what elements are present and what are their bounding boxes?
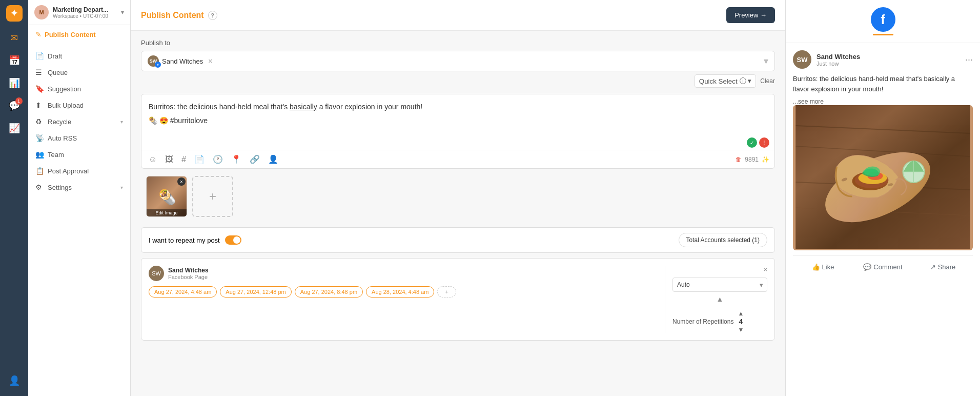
sidebar-icon-messages[interactable]: 💬 1 bbox=[4, 95, 25, 116]
image-toolbar-icon[interactable]: 🖼 bbox=[163, 154, 175, 165]
facebook-tab[interactable]: f bbox=[871, 7, 895, 35]
fb-share-button[interactable]: ↗ Share bbox=[913, 260, 973, 274]
sidebar-item-queue[interactable]: ☰ Queue bbox=[28, 64, 130, 81]
selector-chevron-icon[interactable]: ▾ bbox=[764, 55, 768, 67]
image-thumbnail: 🌯 × Edit Image bbox=[146, 176, 187, 217]
post-text-start: Burritos: the delicious hand-held meal t… bbox=[149, 103, 290, 111]
repeat-section: I want to repeat my post Total Accounts … bbox=[141, 227, 775, 253]
char-count: 🗑 9891 ✨ bbox=[736, 156, 769, 163]
repetitions-row: Number of Repetitions ▲ 4 ▼ bbox=[672, 310, 767, 333]
sidebar: ✦ ✉ 📅 📊 💬 1 📈 👤 bbox=[0, 0, 28, 396]
auto-rss-icon: 📡 bbox=[35, 134, 44, 142]
preview-tabs: f bbox=[786, 0, 980, 43]
sidebar-item-draft[interactable]: 📄 Draft bbox=[28, 48, 130, 64]
add-time-chip-button[interactable]: + bbox=[437, 286, 456, 298]
sidebar-icon-profile[interactable]: 👤 bbox=[4, 370, 25, 391]
comment-icon: 💬 bbox=[863, 263, 871, 271]
like-icon: 👍 bbox=[812, 263, 820, 271]
toggle-knob bbox=[233, 236, 240, 244]
emoji-toolbar-icon[interactable]: ☺ bbox=[147, 154, 159, 165]
quick-select-bar: Quick Select ⓘ ▾ Clear bbox=[141, 71, 775, 91]
account-row: SW Sand Witches Facebook Page bbox=[149, 266, 660, 281]
clear-button[interactable]: Clear bbox=[760, 77, 775, 85]
main-content: Publish Content ? Preview → Publish to S… bbox=[131, 0, 980, 396]
sidebar-item-suggestion[interactable]: 🔖 Suggestion bbox=[28, 81, 130, 97]
fb-like-button[interactable]: 👍 Like bbox=[793, 260, 853, 274]
image-remove-icon[interactable]: × bbox=[177, 177, 186, 186]
file-toolbar-icon[interactable]: 📄 bbox=[192, 153, 207, 165]
sidebar-item-post-approval[interactable]: 📋 Post Approval bbox=[28, 163, 130, 179]
post-text-underline: basically bbox=[290, 103, 317, 111]
recycle-icon: ♻ bbox=[35, 117, 44, 126]
time-chip-2[interactable]: Aug 27, 2024, 8:48 pm bbox=[295, 286, 363, 298]
time-chip-0[interactable]: Aug 27, 2024, 4:48 am bbox=[149, 286, 217, 298]
sidebar-item-label-draft: Draft bbox=[48, 52, 62, 60]
delete-icon[interactable]: 🗑 bbox=[736, 156, 742, 163]
more-options-icon[interactable]: ··· bbox=[965, 54, 973, 65]
sidebar-icon-calendar[interactable]: 📅 bbox=[4, 50, 25, 71]
team-icon: 👥 bbox=[35, 150, 44, 159]
chip-remove-icon[interactable]: × bbox=[208, 57, 212, 65]
fb-post-name: Sand Witches bbox=[816, 53, 960, 61]
suggestion-icon: 🔖 bbox=[35, 85, 44, 93]
account-mini-name: Sand Witches bbox=[168, 267, 209, 274]
publish-form: Publish Content ? Preview → Publish to S… bbox=[131, 0, 785, 396]
schedule-close-button[interactable]: × bbox=[672, 266, 767, 273]
help-icon[interactable]: ? bbox=[208, 11, 217, 20]
repeat-label: I want to repeat my post bbox=[149, 236, 220, 244]
fb-post-avatar: SW bbox=[793, 50, 811, 69]
repeat-toggle[interactable] bbox=[225, 235, 241, 245]
sidebar-icon-analytics[interactable]: 📊 bbox=[4, 73, 25, 93]
preview-button[interactable]: Preview → bbox=[726, 7, 775, 23]
add-image-button[interactable]: + bbox=[192, 176, 233, 217]
magic-wand-icon[interactable]: ✨ bbox=[762, 156, 769, 163]
link-toolbar-icon[interactable]: 🔗 bbox=[248, 153, 262, 165]
quick-select-button[interactable]: Quick Select ⓘ ▾ bbox=[695, 74, 757, 88]
sidebar-item-label-suggestion: Suggestion bbox=[48, 85, 81, 93]
fb-comment-button[interactable]: 💬 Comment bbox=[853, 260, 913, 274]
sidebar-item-label-approval: Post Approval bbox=[48, 167, 89, 175]
sidebar-item-settings[interactable]: ⚙ Settings ▾ bbox=[28, 179, 130, 195]
sidebar-item-bulk-upload[interactable]: ⬆ Bulk Upload bbox=[28, 97, 130, 113]
char-count-value: 9891 bbox=[745, 156, 759, 163]
clock-toolbar-icon[interactable]: 🕐 bbox=[211, 153, 225, 165]
chevron-down-icon: ▾ bbox=[121, 9, 124, 16]
post-text-end: a flavor explosion in your mouth! bbox=[317, 103, 422, 111]
repeat-schedule-card: SW Sand Witches Facebook Page Aug 27, 20… bbox=[141, 258, 775, 341]
total-accounts-button[interactable]: Total Accounts selected (1) bbox=[679, 233, 767, 247]
draft-icon: 📄 bbox=[35, 52, 44, 60]
sidebar-item-team[interactable]: 👥 Team bbox=[28, 146, 130, 163]
auto-select[interactable]: Auto bbox=[672, 278, 767, 292]
indicator-red: ! bbox=[759, 137, 769, 148]
rep-down-button[interactable]: ▼ bbox=[738, 327, 744, 333]
account-chip: SW f Sand Witches × bbox=[148, 55, 212, 67]
editor-content[interactable]: Burritos: the delicious hand-held meal t… bbox=[141, 94, 774, 135]
sidebar-item-label-bulk: Bulk Upload bbox=[48, 102, 84, 109]
sidebar-item-auto-rss[interactable]: 📡 Auto RSS bbox=[28, 130, 130, 146]
settings-icon: ⚙ bbox=[35, 183, 44, 191]
post-hashtag: #burritolove bbox=[170, 116, 208, 125]
time-chip-3[interactable]: Aug 28, 2024, 4:48 am bbox=[366, 286, 434, 298]
auto-select-wrap: Auto bbox=[672, 278, 767, 292]
mention-toolbar-icon[interactable]: 👤 bbox=[266, 153, 280, 165]
sidebar-icon-publish[interactable]: ✉ bbox=[4, 28, 25, 48]
fb-post-header: SW Sand Witches Just now ··· bbox=[793, 50, 973, 69]
account-mini-info: Sand Witches Facebook Page bbox=[168, 267, 209, 280]
account-selector[interactable]: SW f Sand Witches × ▾ bbox=[141, 51, 775, 71]
form-inner: Publish to SW f Sand Witches × ▾ bbox=[131, 31, 785, 349]
time-chip-1[interactable]: Aug 27, 2024, 12:48 pm bbox=[220, 286, 291, 298]
chevron-up-icon[interactable]: ▲ bbox=[717, 295, 724, 303]
location-toolbar-icon[interactable]: 📍 bbox=[229, 153, 243, 165]
workspace-header[interactable]: M Marketing Depart... Workspace • UTC-07… bbox=[28, 0, 130, 25]
hashtag-toolbar-icon[interactable]: # bbox=[179, 154, 188, 165]
fb-post-info: Sand Witches Just now bbox=[816, 53, 960, 67]
sidebar-item-recycle[interactable]: ♻ Recycle ▾ bbox=[28, 113, 130, 130]
publish-header: Publish Content ? Preview → bbox=[131, 0, 785, 31]
publish-to-label: Publish to bbox=[141, 39, 775, 47]
text-editor: Burritos: the delicious hand-held meal t… bbox=[141, 94, 775, 169]
fb-see-more[interactable]: ...see more bbox=[793, 98, 973, 105]
messages-badge: 1 bbox=[15, 97, 23, 105]
edit-image-label[interactable]: Edit Image bbox=[147, 209, 187, 216]
sidebar-icon-reports[interactable]: 📈 bbox=[4, 118, 25, 138]
rep-up-button[interactable]: ▲ bbox=[738, 310, 744, 316]
